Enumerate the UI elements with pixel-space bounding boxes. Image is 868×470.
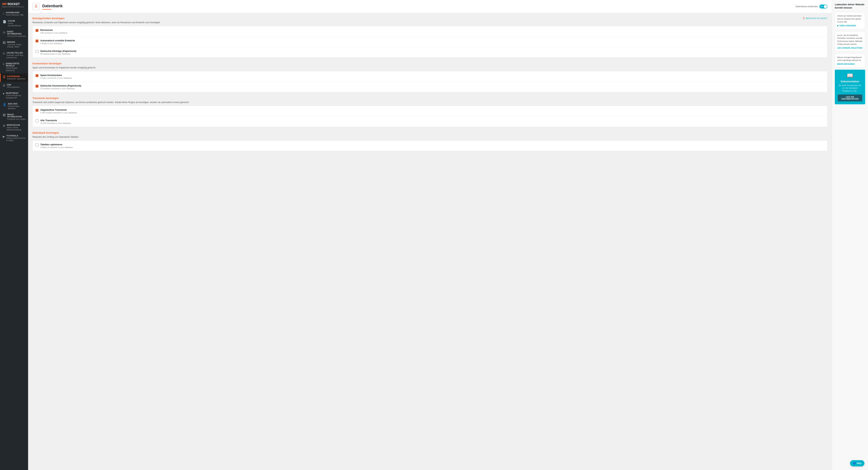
card-transients: Abgelaufene Transients 5.099 expired tra… [32, 106, 827, 127]
sub-papierkorb: 95 trashed posts in your database. [40, 53, 76, 55]
section-datenbank: Datenbank bereinigen Reduziert den Umfan… [32, 131, 827, 151]
page-title: Datenbank [42, 4, 63, 8]
info-card-3-link[interactable]: MEHR ERFAHREN [837, 63, 863, 65]
info-card-3: Warum Google PageSpeed nicht unbedingt r… [835, 54, 865, 67]
nav-label-medien: MEDIEN [7, 41, 26, 43]
nav-label-tutorials: TUTORIALS [6, 135, 26, 137]
card-row-geloschte: Gelöschte Kommentare (Papierkorb) 15 tra… [33, 82, 827, 92]
sidebar-item-cachefullen[interactable]: ↻ CACHE FÜLLEN Generate cache files, pre… [0, 50, 28, 61]
section-desc-datenbank: Reduziert den Umfang von Datenbank-Tabel… [32, 135, 827, 139]
checkbox-revisionen[interactable] [35, 29, 38, 32]
sidebar-item-addons[interactable]: 👤 ADD-ONS Erweiterungen aktivieren [0, 101, 28, 112]
logo-wp: WP [2, 3, 7, 6]
nav-icon-dashboard: ⌂ [3, 11, 4, 15]
sections-container: Beiträge/Seiten bereinigen ❓ BRAUCHST DU… [32, 17, 827, 151]
nav-label-erweiterteregeln: ERWEITERTE REGELN [6, 62, 26, 67]
section-desc-beitrage: Revisionen, Entwürfe und Papierkorb werd… [32, 21, 827, 24]
checkbox-abgelaufene[interactable] [35, 109, 38, 112]
nav-icon-dateioptimierung: 🗂 [3, 31, 6, 34]
help-icon-beitrage: ❓ [802, 17, 805, 20]
nav-sub-cache: Cache-Grundfunktionen [8, 22, 26, 27]
checkbox-alle[interactable] [35, 119, 38, 122]
info-card-2-link[interactable]: LIES UNSERE ANLEITUNG [837, 47, 863, 49]
label-entwurfe: Automatisch erstellte Entwürfe [40, 39, 75, 42]
info-card-2-text: Lerne, wie du bewährte Techniken einsetz… [837, 34, 863, 46]
sidebar-item-dateioptimierung[interactable]: 🗂 DATEI-OPTIMIERUNG CSS und JS optimiere… [0, 29, 28, 39]
sidebar-item-erweiterteregeln[interactable]: ≡ ERWEITERTE REGELN Cache-Regeln abstimm… [0, 61, 28, 74]
info-card-2: Lerne, wie du bewährte Techniken einsetz… [835, 31, 865, 51]
sidebar-item-heartbeat[interactable]: ♥ HEARTBEAT Control WordPress Heartbeat … [0, 90, 28, 101]
nav-label-dateioptimierung: DATEI-OPTIMIERUNG [7, 30, 26, 35]
sub-alle: 10.281 transients in your database. [40, 122, 71, 124]
nav-sub-imageoptimization: Compress your images [7, 118, 26, 120]
sidebar: WP ROCKET Superior WordPress Performance… [0, 0, 28, 470]
card-row-revisionen: Revisionen 196 revisions in your databas… [33, 26, 827, 37]
toggle-switch[interactable]: AN [819, 4, 827, 8]
nav-label-heartbeat: HEARTBEAT [6, 92, 26, 94]
main-wrapper: 🗄 Datenbank Seitenleiste einblenden AN B… [28, 0, 868, 470]
section-title-kommentare: Kommentare bereinigen [32, 62, 61, 65]
right-sidebar: Ladezeiten deiner Website korrekt messen… [832, 0, 868, 470]
section-header-datenbank: Datenbank bereinigen [32, 131, 827, 134]
nav-sub-cdn: CDN integrieren [7, 86, 20, 88]
section-title-datenbank: Datenbank bereinigen [32, 131, 59, 134]
nav-icon-werkzeuge: ⚙ [3, 124, 5, 127]
nav-label-datenbank: DATENBANK [7, 75, 25, 78]
nav-sub-dateioptimierung: CSS und JS optimieren [7, 35, 26, 37]
logo-rocket: ROCKET [8, 3, 20, 6]
sub-abgelaufene: 5.099 expired transients in your databas… [40, 112, 78, 114]
checkbox-spam[interactable] [35, 74, 38, 77]
card-row-entwurfe: Automatisch erstellte Entwürfe 2 drafts … [33, 37, 827, 47]
label-abgelaufene: Abgelaufene Transients [40, 109, 78, 111]
info-card-1-text: Check our tutorial and learn how to meas… [837, 14, 863, 23]
sidebar-item-datenbank[interactable]: 🗄 DATENBANK Aufräumen, optimieren [0, 74, 28, 82]
card-row-spam: Spam-Kommentare 0 spam comments in your … [33, 71, 827, 82]
checkbox-entwurfe[interactable] [35, 39, 38, 42]
navigation: ⌂ DASHBOARD Konto-Übersicht, Hilfe 📄 CAC… [0, 10, 28, 144]
card-row-abgelaufene: Abgelaufene Transients 5.099 expired tra… [33, 106, 827, 116]
nav-label-werkzeuge: WERKZEUGE [7, 124, 26, 126]
nav-label-dashboard: DASHBOARD [6, 11, 24, 13]
sidebar-item-imageoptimization[interactable]: 🖼 IMAGE OPTIMIZATION Compress your image… [0, 112, 28, 122]
checkbox-geloschte[interactable] [35, 85, 38, 88]
nav-icon-addons: 👤 [3, 103, 6, 106]
sidebar-item-cache[interactable]: 📄 CACHE Cache-Grundfunktionen [0, 18, 28, 29]
card-row-alle: Alle Transients 10.281 transients in you… [33, 116, 827, 127]
card-row-papierkorb: Gelöschte Einträge (Papierkorb) 95 trash… [33, 47, 827, 58]
help-float-button[interactable]: 🔵 Help [850, 460, 864, 466]
help-icon: 🔵 [853, 462, 856, 465]
checkbox-papierkorb[interactable] [35, 50, 38, 53]
doc-card: 📖 Dokumentation Ein guter Ausgangspunkt,… [835, 70, 865, 104]
label-spam: Spam-Kommentare [40, 74, 72, 77]
help-label: Help [857, 462, 862, 465]
sidebar-item-dashboard[interactable]: ⌂ DASHBOARD Konto-Übersicht, Hilfe [0, 10, 28, 18]
content-body: Beiträge/Seiten bereinigen ❓ BRAUCHST DU… [28, 13, 832, 159]
sidebar-item-werkzeuge[interactable]: ⚙ WERKZEUGE Import, Export, Wiederherste… [0, 122, 28, 133]
main-content: 🗄 Datenbank Seitenleiste einblenden AN B… [28, 0, 832, 470]
toggle-state-label: AN [820, 6, 823, 7]
card-row-tabellen: Tabellen optimieren 0 tables to optimize… [33, 141, 827, 151]
sidebar-toggle[interactable]: Seitenleiste einblenden AN [796, 4, 827, 11]
nav-icon-imageoptimization: 🖼 [3, 114, 6, 117]
label-papierkorb: Gelöschte Einträge (Papierkorb) [40, 50, 76, 52]
right-sidebar-title: Ladezeiten deiner Website korrekt messen [835, 3, 865, 9]
info-card-1-link[interactable]: ▶ VIDEO ANSEHEN. [837, 25, 863, 27]
sub-tabellen: 0 tables to optimize in your database. [40, 146, 73, 148]
checkbox-tabellen[interactable] [35, 144, 38, 146]
sidebar-toggle-label: Seitenleiste einblenden [796, 5, 818, 8]
sidebar-item-tutorials[interactable]: ▶ TUTORIALS Getting started and how to v… [0, 133, 28, 144]
doc-card-button[interactable]: LIES DIE DOKUMENTATION [838, 94, 862, 101]
card-kommentare: Spam-Kommentare 0 spam comments in your … [32, 71, 827, 92]
section-title-transients: Transients bereinigen [32, 97, 59, 99]
section-desc-kommentare: Spam und Kommentare im Papierkorb werden… [32, 66, 827, 69]
section-header-kommentare: Kommentare bereinigen [32, 62, 827, 65]
label-revisionen: Revisionen [40, 29, 68, 31]
section-header-beitrage: Beiträge/Seiten bereinigen ❓ BRAUCHST DU… [32, 17, 827, 20]
info-card-3-text: Warum Google PageSpeed nicht unbedingt r… [837, 56, 863, 62]
help-link-beitrage[interactable]: ❓ BRAUCHST DU HILFE? [802, 17, 827, 20]
nav-icon-cache: 📄 [3, 20, 6, 23]
nav-icon-erweiterteregeln: ≡ [3, 63, 4, 66]
sidebar-item-cdn[interactable]: ⚙ CDN CDN integrieren [0, 82, 28, 90]
sub-revisionen: 196 revisions in your database. [40, 32, 68, 34]
sidebar-item-medien[interactable]: 🖼 MEDIEN LazyLoad, emojis, embeds, WebP [0, 39, 28, 50]
